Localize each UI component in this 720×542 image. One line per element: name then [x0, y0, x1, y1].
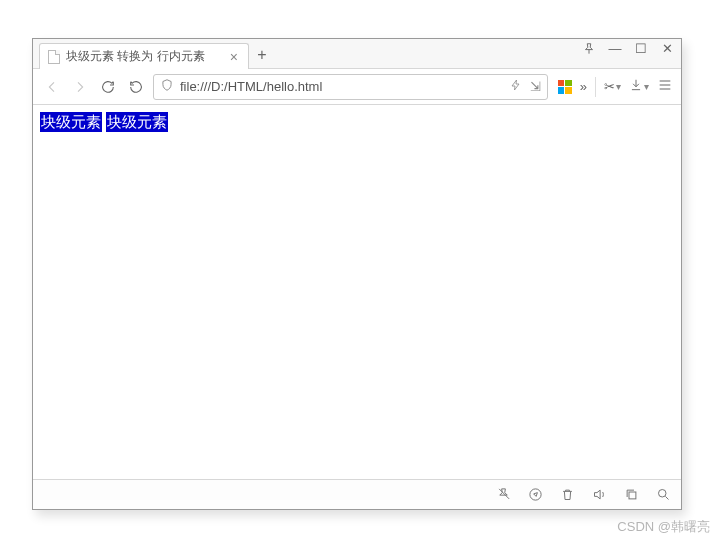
- scissors-icon[interactable]: ✂: [604, 79, 615, 94]
- url-right-icons: ⇲: [510, 78, 541, 95]
- menu-button[interactable]: [657, 77, 673, 96]
- microsoft-icon[interactable]: [558, 80, 572, 94]
- compass-icon[interactable]: [527, 487, 543, 502]
- toolbar: file:///D:/HTML/hello.html ⇲ » ✂ ▾ ▾: [33, 69, 681, 105]
- forward-button[interactable]: [69, 76, 91, 98]
- tab-close-button[interactable]: ×: [228, 50, 240, 64]
- pin-icon[interactable]: [581, 42, 597, 56]
- search-icon[interactable]: [655, 487, 671, 502]
- divider: [595, 77, 596, 97]
- copy-icon[interactable]: [623, 487, 639, 502]
- watermark: CSDN @韩曙亮: [617, 518, 710, 536]
- page-content: 块级元素 块级元素: [33, 105, 681, 479]
- expand-icon[interactable]: ⇲: [530, 79, 541, 94]
- url-bar[interactable]: file:///D:/HTML/hello.html ⇲: [153, 74, 548, 100]
- new-tab-button[interactable]: +: [249, 41, 275, 68]
- block-element-1: 块级元素: [40, 112, 102, 132]
- svg-point-0: [529, 489, 540, 500]
- block-element-2: 块级元素: [106, 112, 168, 132]
- titlebar: 块级元素 转换为 行内元素 × + — ☐ ✕: [33, 39, 681, 69]
- svg-point-2: [658, 490, 666, 498]
- pin-icon[interactable]: [495, 487, 511, 502]
- shield-icon: [160, 78, 174, 95]
- download-icon[interactable]: [629, 78, 643, 95]
- more-button[interactable]: »: [580, 79, 587, 94]
- minimize-button[interactable]: —: [607, 41, 623, 56]
- undo-reload-button[interactable]: [125, 76, 147, 98]
- url-text: file:///D:/HTML/hello.html: [180, 79, 504, 94]
- svg-rect-1: [629, 492, 636, 499]
- back-button[interactable]: [41, 76, 63, 98]
- tab-title: 块级元素 转换为 行内元素: [66, 48, 205, 65]
- trash-icon[interactable]: [559, 487, 575, 502]
- close-button[interactable]: ✕: [659, 41, 675, 56]
- chevron-down-icon[interactable]: ▾: [644, 81, 649, 92]
- window-controls: — ☐ ✕: [581, 41, 675, 56]
- chevron-down-icon[interactable]: ▾: [616, 81, 621, 92]
- reload-button[interactable]: [97, 76, 119, 98]
- volume-icon[interactable]: [591, 487, 607, 502]
- browser-window: 块级元素 转换为 行内元素 × + — ☐ ✕ f: [32, 38, 682, 510]
- file-icon: [48, 50, 60, 64]
- browser-tab[interactable]: 块级元素 转换为 行内元素 ×: [39, 43, 249, 69]
- maximize-button[interactable]: ☐: [633, 41, 649, 56]
- toolbar-right: » ✂ ▾ ▾: [554, 77, 673, 97]
- statusbar: [33, 479, 681, 509]
- lightning-icon[interactable]: [510, 78, 522, 95]
